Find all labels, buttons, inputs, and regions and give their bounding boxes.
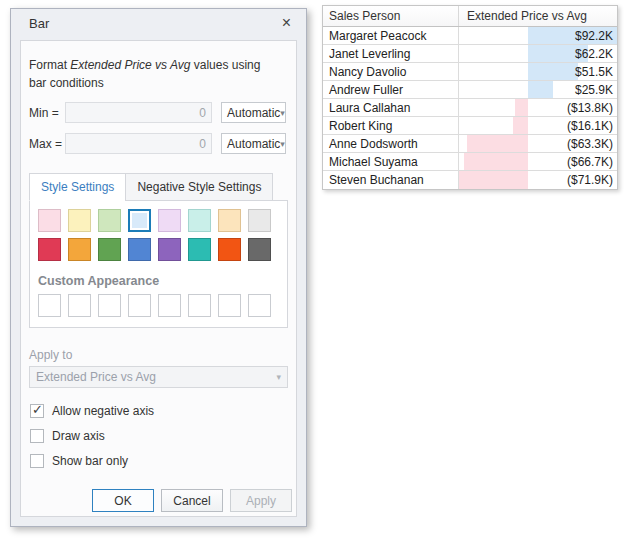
checkbox-row-allow-negative-axis[interactable]: ✓Allow negative axis bbox=[30, 404, 288, 418]
apply-button[interactable]: Apply bbox=[230, 489, 292, 512]
negative-bar bbox=[459, 171, 528, 189]
negative-bar bbox=[513, 117, 529, 134]
desc-field-name: Extended Price vs Avg bbox=[70, 58, 190, 72]
bar-format-dialog: Bar × Format Extended Price vs Avg value… bbox=[10, 8, 307, 527]
color-swatch[interactable] bbox=[218, 209, 241, 232]
custom-color-swatch[interactable] bbox=[248, 294, 271, 317]
sales-person-cell: Steven Buchanan bbox=[323, 171, 459, 189]
checkbox[interactable]: ✓ bbox=[30, 454, 44, 468]
value-cell: $25.9K bbox=[459, 81, 617, 98]
value-text: ($16.1K) bbox=[567, 117, 613, 134]
custom-color-swatch[interactable] bbox=[188, 294, 211, 317]
custom-appearance-heading: Custom Appearance bbox=[38, 274, 287, 288]
apply-to-dropdown[interactable]: Extended Price vs Avg ▾ bbox=[29, 366, 288, 388]
sales-person-cell: Robert King bbox=[323, 117, 459, 134]
max-mode-value: Automatic bbox=[227, 137, 280, 151]
sales-person-cell: Andrew Fuller bbox=[323, 81, 459, 98]
options-checkboxes: ✓Allow negative axis✓Draw axis✓Show bar … bbox=[30, 404, 288, 468]
positive-bar bbox=[528, 81, 553, 98]
custom-color-swatch[interactable] bbox=[38, 294, 61, 317]
apply-to-label: Apply to bbox=[29, 348, 288, 362]
cancel-button[interactable]: Cancel bbox=[161, 489, 223, 512]
max-value-input[interactable] bbox=[65, 133, 212, 154]
color-swatch[interactable] bbox=[218, 238, 241, 261]
dialog-title: Bar bbox=[29, 16, 49, 31]
color-swatch[interactable] bbox=[248, 238, 271, 261]
desc-prefix: Format bbox=[29, 58, 70, 72]
custom-color-swatch[interactable] bbox=[68, 294, 91, 317]
color-swatch[interactable] bbox=[68, 209, 91, 232]
table-row[interactable]: Andrew Fuller$25.9K bbox=[323, 81, 617, 99]
color-swatch[interactable] bbox=[158, 209, 181, 232]
style-settings-panel: Custom Appearance bbox=[29, 200, 288, 328]
value-cell: ($71.9K) bbox=[459, 171, 617, 189]
sales-person-cell: Anne Dodsworth bbox=[323, 135, 459, 152]
table-body: Margaret Peacock$92.2KJanet Leverling$62… bbox=[323, 27, 617, 189]
value-text: ($71.9K) bbox=[567, 171, 613, 189]
value-text: $92.2K bbox=[575, 27, 613, 44]
chevron-down-icon: ▾ bbox=[280, 108, 285, 118]
color-swatch[interactable] bbox=[248, 209, 271, 232]
checkbox[interactable]: ✓ bbox=[30, 404, 44, 418]
value-cell: ($66.7K) bbox=[459, 153, 617, 170]
table-row[interactable]: Janet Leverling$62.2K bbox=[323, 45, 617, 63]
checkbox[interactable]: ✓ bbox=[30, 429, 44, 443]
chevron-down-icon: ▾ bbox=[280, 139, 285, 149]
max-mode-dropdown[interactable]: Automatic ▾ bbox=[221, 133, 286, 154]
color-swatch[interactable] bbox=[98, 238, 121, 261]
table-row[interactable]: Nancy Davolio$51.5K bbox=[323, 63, 617, 81]
table-row[interactable]: Anne Dodsworth($63.3K) bbox=[323, 135, 617, 153]
table-row[interactable]: Michael Suyama($66.7K) bbox=[323, 153, 617, 171]
color-swatch[interactable] bbox=[98, 209, 121, 232]
dialog-content-panel: Format Extended Price vs Avg values usin… bbox=[20, 40, 297, 517]
table-row[interactable]: Margaret Peacock$92.2K bbox=[323, 27, 617, 45]
color-swatch[interactable] bbox=[128, 238, 151, 261]
color-swatch[interactable] bbox=[188, 209, 211, 232]
table-row[interactable]: Laura Callahan($13.8K) bbox=[323, 99, 617, 117]
sales-person-cell: Michael Suyama bbox=[323, 153, 459, 170]
custom-color-swatch[interactable] bbox=[128, 294, 151, 317]
ok-button[interactable]: OK bbox=[92, 489, 154, 512]
value-text: ($13.8K) bbox=[567, 99, 613, 116]
min-mode-dropdown[interactable]: Automatic ▾ bbox=[221, 102, 286, 123]
color-swatch[interactable] bbox=[38, 238, 61, 261]
sales-table: Sales Person Extended Price vs Avg Marga… bbox=[322, 5, 618, 190]
custom-color-swatch[interactable] bbox=[158, 294, 181, 317]
dialog-title-bar[interactable]: Bar × bbox=[11, 9, 306, 39]
checkbox-row-draw-axis[interactable]: ✓Draw axis bbox=[30, 429, 288, 443]
palette-row-2 bbox=[38, 238, 287, 261]
value-text: $25.9K bbox=[575, 81, 613, 98]
color-swatch[interactable] bbox=[68, 238, 91, 261]
custom-color-swatch[interactable] bbox=[218, 294, 241, 317]
value-cell: ($13.8K) bbox=[459, 99, 617, 116]
table-row[interactable]: Robert King($16.1K) bbox=[323, 117, 617, 135]
max-label: Max = bbox=[29, 137, 65, 151]
tab-style-settings[interactable]: Style Settings bbox=[29, 173, 126, 201]
custom-appearance-row bbox=[38, 294, 287, 317]
value-cell: $62.2K bbox=[459, 45, 617, 62]
checkbox-row-show-bar-only[interactable]: ✓Show bar only bbox=[30, 454, 288, 468]
palette-row-1 bbox=[38, 209, 287, 232]
custom-color-swatch[interactable] bbox=[98, 294, 121, 317]
color-swatch[interactable] bbox=[38, 209, 61, 232]
value-text: $51.5K bbox=[575, 63, 613, 80]
color-swatch[interactable] bbox=[128, 209, 151, 232]
column-header-sales-person[interactable]: Sales Person bbox=[323, 6, 459, 26]
negative-bar bbox=[515, 99, 528, 116]
min-mode-value: Automatic bbox=[227, 106, 280, 120]
min-row: Min = Automatic ▾ bbox=[29, 102, 288, 123]
sales-person-cell: Laura Callahan bbox=[323, 99, 459, 116]
min-value-input[interactable] bbox=[65, 102, 212, 123]
close-icon[interactable]: × bbox=[282, 14, 291, 32]
sales-person-cell: Nancy Davolio bbox=[323, 63, 459, 80]
checkbox-label: Allow negative axis bbox=[52, 404, 154, 418]
table-row[interactable]: Steven Buchanan($71.9K) bbox=[323, 171, 617, 189]
format-description: Format Extended Price vs Avg values usin… bbox=[29, 56, 281, 92]
color-swatch[interactable] bbox=[158, 238, 181, 261]
tab-negative-style-settings[interactable]: Negative Style Settings bbox=[125, 173, 273, 201]
value-text: ($63.3K) bbox=[567, 135, 613, 152]
value-text: $62.2K bbox=[575, 45, 613, 62]
color-swatch[interactable] bbox=[188, 238, 211, 261]
column-header-extended-price[interactable]: Extended Price vs Avg bbox=[459, 6, 617, 26]
positive-bar bbox=[528, 63, 578, 80]
